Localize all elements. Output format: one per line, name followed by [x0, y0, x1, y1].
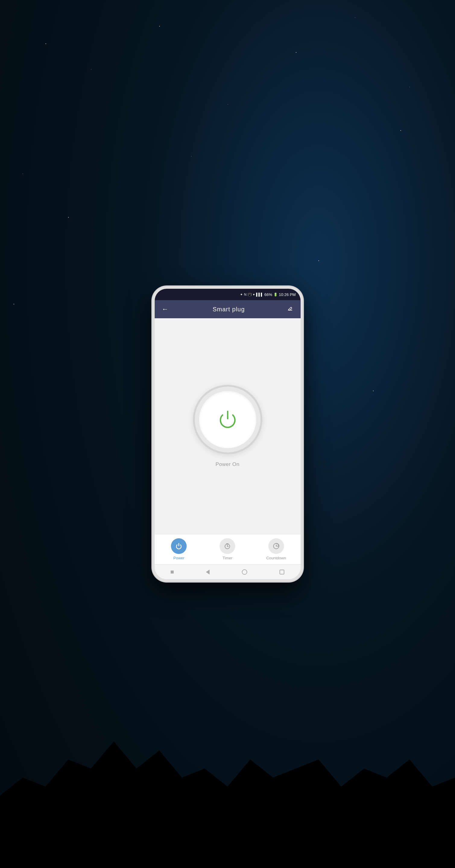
nav-square-icon: [171, 570, 174, 574]
nav-recents-icon: [279, 569, 284, 575]
tab-bar: Power Timer: [155, 534, 301, 564]
countdown-tab-icon: [272, 542, 280, 550]
battery-text: 66%: [265, 292, 272, 297]
power-button[interactable]: [193, 385, 262, 454]
signal-icon: ▌▌▌: [256, 293, 263, 296]
tab-timer[interactable]: Timer: [203, 538, 252, 560]
time-display: 10:26 PM: [279, 292, 296, 297]
power-circle-inner: [199, 391, 256, 448]
nav-home-icon: [242, 569, 247, 575]
countdown-tab-icon-bg: [268, 538, 284, 554]
status-bar: ✦ N 📳 ▾ ▌▌▌ 66% 🔋 10:26 PM: [155, 289, 301, 300]
vibrate-icon: 📳: [247, 293, 252, 297]
battery-icon: 🔋: [273, 293, 278, 297]
nfc-icon: N: [244, 293, 246, 296]
nav-home-button[interactable]: [239, 567, 250, 577]
timer-tab-label: Timer: [222, 556, 233, 560]
power-tab-icon: [175, 542, 183, 550]
wifi-icon: ▾: [253, 293, 255, 297]
power-icon: [214, 406, 241, 433]
power-status-label: Power On: [216, 461, 240, 467]
power-tab-icon-bg: [171, 538, 187, 554]
back-button[interactable]: ←: [159, 304, 171, 314]
timer-tab-icon-bg: [219, 538, 235, 554]
edit-button[interactable]: [284, 304, 296, 315]
status-icons: ✦ N 📳 ▾ ▌▌▌ 66% 🔋 10:26 PM: [240, 292, 296, 297]
system-nav-bar: [155, 564, 301, 579]
svg-line-1: [291, 307, 292, 308]
edit-icon: [287, 305, 293, 312]
nav-recents-button[interactable]: [277, 567, 287, 577]
power-tab-label: Power: [173, 556, 185, 560]
phone-frame: ✦ N 📳 ▾ ▌▌▌ 66% 🔋 10:26 PM ← Smart plug: [152, 286, 303, 582]
nav-back-button[interactable]: [204, 567, 212, 577]
tab-power[interactable]: Power: [155, 538, 203, 560]
app-title: Smart plug: [173, 306, 284, 313]
app-header: ← Smart plug: [155, 300, 301, 318]
main-content: Power On: [155, 318, 301, 534]
tab-countdown[interactable]: Countdown: [252, 538, 300, 560]
nav-back-icon: [206, 569, 210, 575]
nav-square-button[interactable]: [168, 568, 176, 576]
bluetooth-icon: ✦: [240, 293, 243, 297]
timer-tab-icon: [223, 542, 231, 550]
countdown-tab-label: Countdown: [266, 556, 286, 560]
